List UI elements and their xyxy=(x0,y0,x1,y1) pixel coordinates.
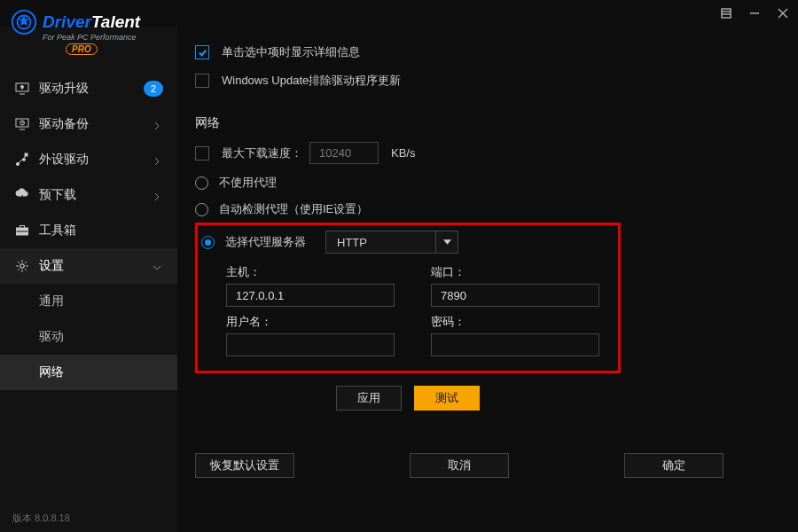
cancel-button[interactable]: 取消 xyxy=(410,453,509,478)
chevron-down-icon xyxy=(153,261,163,271)
proxy-protocol-dropdown[interactable]: HTTP xyxy=(325,231,458,254)
close-icon[interactable] xyxy=(777,7,789,20)
chevron-down-icon xyxy=(443,236,451,249)
subnav: 通用 驱动 网络 xyxy=(0,284,177,390)
speed-unit: KB/s xyxy=(391,146,415,160)
nav-item-label: 外设驱动 xyxy=(39,152,89,168)
password-input[interactable] xyxy=(431,333,599,356)
usb-icon xyxy=(14,152,30,168)
gear-icon xyxy=(14,258,30,274)
ok-button[interactable]: 确定 xyxy=(624,453,724,478)
svg-point-15 xyxy=(16,162,19,165)
proxy-highlight-box: 选择代理服务器 HTTP 主机： 端口： xyxy=(195,223,621,373)
host-label: 主机： xyxy=(226,264,399,280)
chevron-right-icon xyxy=(153,190,163,200)
password-label: 密码： xyxy=(431,314,604,330)
logo-icon xyxy=(11,9,37,35)
host-input[interactable] xyxy=(226,284,395,307)
version-label: 版本 8.0.8.18 xyxy=(12,512,70,525)
checkbox-max-speed[interactable] xyxy=(195,146,209,160)
nav-item-label: 工具箱 xyxy=(39,223,76,239)
monitor-up-icon xyxy=(14,81,30,97)
radio-proxy-auto[interactable] xyxy=(195,203,208,216)
menu-icon[interactable] xyxy=(720,7,732,20)
radio-label: 选择代理服务器 xyxy=(225,234,306,250)
radio-label: 自动检测代理（使用IE设置） xyxy=(219,201,368,217)
nav-toolbox[interactable]: 工具箱 xyxy=(0,213,177,248)
svg-marker-22 xyxy=(443,239,451,244)
checkbox-wu-exclude[interactable] xyxy=(195,74,209,88)
port-input[interactable] xyxy=(431,284,599,307)
badge-count: 2 xyxy=(144,81,163,97)
dropdown-value: HTTP xyxy=(337,236,367,249)
logo-text: DriverTalent xyxy=(43,12,140,32)
nav-item-label: 驱动升级 xyxy=(39,81,89,97)
section-network-title: 网络 xyxy=(195,115,771,131)
clock-monitor-icon xyxy=(14,116,30,132)
logo: DriverTalent For Peak PC Performance PRO xyxy=(0,9,177,71)
svg-point-21 xyxy=(20,264,25,269)
nav-item-label: 设置 xyxy=(39,258,64,274)
nav-predownload[interactable]: 预下载 xyxy=(0,177,177,213)
restore-defaults-button[interactable]: 恢复默认设置 xyxy=(195,453,294,478)
nav-peripheral[interactable]: 外设驱动 xyxy=(0,142,177,177)
chevron-right-icon xyxy=(153,154,163,165)
svg-rect-0 xyxy=(722,9,731,18)
main-panel: 单击选中项时显示详细信息 Windows Update排除驱动程序更新 网络 最… xyxy=(177,27,798,532)
toolbox-icon xyxy=(14,223,30,239)
checkbox-show-details[interactable] xyxy=(195,45,209,59)
radio-label: 不使用代理 xyxy=(219,175,277,191)
minimize-icon[interactable] xyxy=(748,7,761,20)
subnav-general[interactable]: 通用 xyxy=(0,284,177,319)
nav-item-label: 预下载 xyxy=(39,187,76,203)
nav-driver-upgrade[interactable]: 驱动升级 2 xyxy=(0,71,177,106)
svg-rect-19 xyxy=(20,226,25,229)
checkbox-label: Windows Update排除驱动程序更新 xyxy=(222,73,401,89)
radio-proxy-manual[interactable] xyxy=(201,236,215,249)
port-label: 端口： xyxy=(431,264,604,280)
max-speed-input[interactable] xyxy=(309,142,379,164)
nav-driver-backup[interactable]: 驱动备份 xyxy=(0,106,177,142)
nav: 驱动升级 2 驱动备份 外设驱动 预下载 xyxy=(0,71,177,284)
apply-button[interactable]: 应用 xyxy=(336,386,402,411)
cloud-down-icon xyxy=(14,187,30,203)
subnav-driver[interactable]: 驱动 xyxy=(0,319,177,355)
nav-item-label: 驱动备份 xyxy=(39,116,89,132)
svg-point-17 xyxy=(23,159,26,161)
sidebar: DriverTalent For Peak PC Performance PRO… xyxy=(0,27,177,532)
username-label: 用户名： xyxy=(226,314,399,330)
test-button[interactable]: 测试 xyxy=(414,386,480,411)
username-input[interactable] xyxy=(226,333,395,356)
max-speed-label: 最大下载速度： xyxy=(222,145,302,161)
logo-subtitle: For Peak PC Performance xyxy=(43,33,167,42)
subnav-network[interactable]: 网络 xyxy=(0,355,177,390)
checkbox-label: 单击选中项时显示详细信息 xyxy=(222,44,360,60)
nav-settings[interactable]: 设置 xyxy=(0,248,177,284)
chevron-right-icon xyxy=(153,119,163,129)
svg-rect-16 xyxy=(25,153,27,156)
radio-proxy-none[interactable] xyxy=(195,176,208,190)
logo-pro-badge: PRO xyxy=(66,43,98,55)
